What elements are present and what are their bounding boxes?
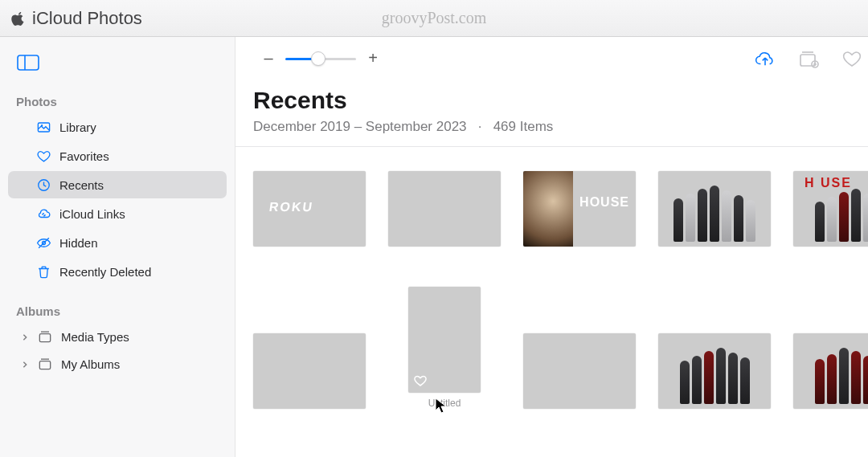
thumb-house-dark[interactable] — [523, 171, 636, 247]
sidebar-section-photos: Photos — [0, 90, 235, 113]
date-range: December 2019 – September 2023 — [253, 119, 467, 134]
sidebar-item-label: Recents — [59, 178, 104, 192]
item-count: 469 Items — [493, 119, 554, 134]
app-name: iCloud — [32, 8, 82, 29]
photo-row: Untitled — [253, 287, 868, 409]
favorite-badge-icon — [413, 373, 428, 388]
thumb-roku[interactable] — [253, 171, 366, 247]
titlebar: iCloud Photos groovyPost.com — [0, 0, 868, 37]
sidebar-item-media-types[interactable]: Media Types — [8, 323, 227, 350]
thumb-tng-cast[interactable] — [793, 333, 868, 409]
svg-point-3 — [41, 124, 43, 126]
sidebar-item-recently-deleted[interactable]: Recently Deleted — [8, 258, 227, 285]
chevron-right-icon — [21, 330, 32, 344]
main-split: Photos Library Favorites Recents iCloud … — [0, 37, 868, 457]
svg-rect-9 — [800, 55, 815, 66]
upload-button[interactable] — [755, 49, 776, 68]
chevron-right-icon — [21, 357, 32, 371]
app-section: Photos — [87, 8, 142, 29]
apple-logo-icon — [11, 11, 26, 26]
svg-rect-8 — [39, 361, 50, 369]
sidebar: Photos Library Favorites Recents iCloud … — [0, 37, 235, 457]
thumb-ds9-poster[interactable]: Untitled — [388, 287, 501, 409]
zoom-control: – + — [263, 49, 379, 67]
content-area: – + Recen — [235, 37, 868, 457]
sidebar-item-label: Library — [59, 120, 96, 134]
clock-icon — [35, 177, 51, 193]
eye-slash-icon — [35, 235, 51, 251]
watermark-text: groovyPost.com — [382, 9, 487, 27]
page-subtitle: December 2019 – September 2023 · 469 Ite… — [253, 119, 868, 135]
sidebar-item-label: Recently Deleted — [59, 265, 151, 279]
sidebar-album-label: My Albums — [61, 357, 120, 371]
thumb-galaxy-station[interactable] — [523, 333, 636, 409]
sidebar-item-favorites[interactable]: Favorites — [8, 142, 227, 169]
stack-icon — [37, 328, 53, 345]
zoom-in-button[interactable]: + — [367, 49, 379, 67]
zoom-slider-knob[interactable] — [311, 51, 326, 66]
sidebar-toggle-icon — [17, 55, 39, 71]
thumb-ds9-cast[interactable] — [658, 333, 771, 409]
trash-icon — [35, 263, 51, 280]
sidebar-item-icloud-links[interactable]: iCloud Links — [8, 200, 227, 227]
favorite-button[interactable] — [841, 49, 862, 68]
sidebar-item-label: iCloud Links — [59, 207, 125, 221]
sidebar-item-hidden[interactable]: Hidden — [8, 229, 227, 256]
svg-rect-0 — [18, 55, 39, 70]
thumb-house-cast-white[interactable] — [658, 171, 771, 247]
sidebar-item-recents[interactable]: Recents — [8, 171, 227, 198]
photo-library-icon — [35, 119, 51, 135]
svg-rect-7 — [39, 334, 50, 342]
sidebar-item-library[interactable]: Library — [8, 113, 227, 141]
sidebar-album-label: Media Types — [61, 330, 129, 344]
photo-grid[interactable]: Untitled — [235, 147, 868, 457]
content-toolbar: – + — [235, 37, 868, 80]
sidebar-item-my-albums[interactable]: My Albums — [8, 350, 227, 377]
heart-icon — [841, 49, 862, 68]
thumb-xwing[interactable] — [253, 333, 366, 409]
add-album-icon — [798, 49, 819, 68]
cloud-link-icon — [35, 206, 51, 222]
stack-icon — [37, 356, 53, 372]
sidebar-item-label: Favorites — [59, 149, 109, 163]
zoom-slider[interactable] — [285, 51, 356, 67]
sidebar-item-label: Hidden — [59, 236, 98, 250]
heart-icon — [35, 148, 51, 164]
thumb-house-red[interactable] — [793, 171, 868, 247]
zoom-out-button[interactable]: – — [263, 49, 274, 67]
page-title: Recents — [253, 87, 868, 114]
separator-dot: · — [478, 119, 482, 134]
cloud-upload-icon — [755, 49, 776, 68]
thumb-caption: Untitled — [428, 398, 461, 409]
add-album-button[interactable] — [798, 49, 819, 68]
page-header: Recents December 2019 – September 2023 ·… — [235, 80, 868, 147]
sidebar-toggle-button[interactable] — [16, 53, 40, 72]
sidebar-section-albums: Albums — [0, 300, 235, 323]
thumb-star-trek-tos[interactable] — [388, 171, 501, 247]
photo-row — [253, 171, 868, 247]
